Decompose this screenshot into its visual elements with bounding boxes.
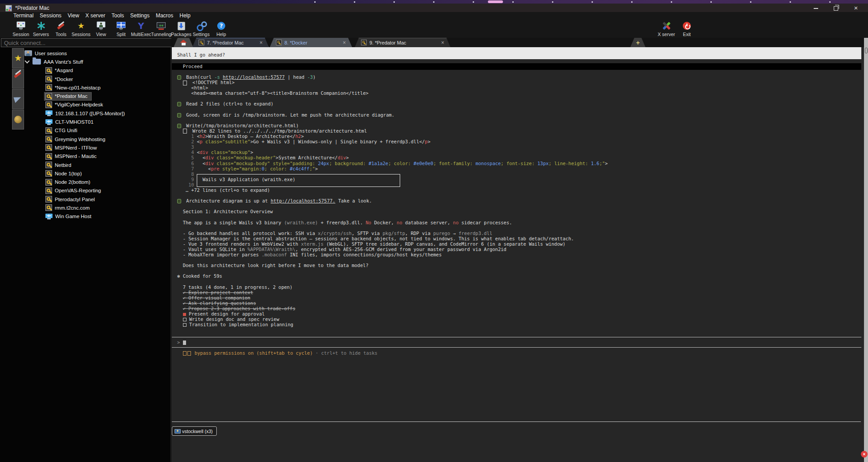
sidebar-tab-network-globe[interactable] — [12, 109, 24, 130]
tree-item[interactable]: *VigilCyber-Helpdesk — [24, 101, 170, 109]
terminal-prompt[interactable]: > — [172, 337, 861, 348]
tunneling-icon — [156, 20, 166, 31]
key-icon — [45, 162, 52, 168]
title-bar: *Predator Mac × — [0, 4, 868, 12]
close-tab-icon[interactable]: × — [260, 40, 263, 46]
menu-item-help[interactable]: Help — [179, 12, 191, 20]
new-tab-button[interactable]: + — [630, 38, 645, 47]
search-input[interactable] — [1, 38, 175, 47]
terminal-line: 2 <p class="subtitle">Go + Wails v3 | Wi… — [177, 139, 864, 144]
session-tab[interactable]: 7. *Predator Mac× — [192, 38, 269, 47]
window-title: *Predator Mac — [15, 5, 49, 11]
terminal-blank-line — [177, 118, 864, 123]
close-tab-icon[interactable]: × — [441, 40, 444, 46]
session-tab[interactable]: 9. *Predator Mac× — [355, 38, 450, 47]
terminal-line: 1 <h2>Wraith Desktop — Architecture</h2> — [177, 134, 864, 139]
terminal[interactable]: Shall I go ahead? Proceed Bash(curl -s h… — [171, 47, 864, 462]
tree-item[interactable]: rmm.t2cnc.com — [24, 203, 170, 212]
tree-item[interactable]: *Docker — [24, 75, 170, 83]
settings-button[interactable]: Settings — [191, 20, 211, 37]
tree-item-label: *Asgard — [55, 68, 73, 73]
key-icon — [45, 153, 52, 160]
terminal-line: <html> — [177, 85, 864, 90]
close-button[interactable]: × — [849, 4, 863, 12]
terminal-line: 7 <pre style="margin:0; color: #c4c4ff;"… — [177, 166, 864, 171]
tree-item[interactable]: 192.168.1.107 ([UPS-Monitor]) — [24, 109, 170, 118]
scrollbar[interactable] — [864, 38, 868, 462]
session-button[interactable]: Session — [11, 20, 31, 37]
tree-root-user-sessions[interactable]: User sessions — [24, 49, 170, 57]
tree-item[interactable]: Node 1(top) — [24, 169, 170, 178]
tree-item-label: Node 1(top) — [55, 171, 82, 176]
sessions-button[interactable]: ★Sessions — [71, 20, 91, 37]
tree-item[interactable]: Win Game Host — [24, 212, 170, 221]
host-icon — [174, 429, 180, 434]
exit-button[interactable]: Exit — [677, 20, 697, 37]
split-label: Split — [111, 32, 131, 37]
menu-item-sessions[interactable]: Sessions — [40, 12, 61, 20]
tree-item-label: Node 2(bottom) — [55, 179, 90, 185]
terminal-line: Write design doc and spec review — [177, 316, 864, 322]
terminal-line: Bash(curl -s http://localhost:57577 | he… — [177, 74, 864, 80]
multiexec-button[interactable]: YMultiExec — [131, 20, 151, 37]
home-tab[interactable] — [174, 38, 193, 47]
tree-folder[interactable]: AAA Vantz's Stuff — [24, 57, 170, 66]
background-window-strip — [0, 0, 868, 4]
tree-item[interactable]: CTG Unifi — [24, 126, 170, 135]
terminal-output: Shall I go ahead? Proceed Bash(curl -s h… — [177, 47, 864, 356]
sidebar-tab-sftp-plane[interactable] — [12, 89, 24, 109]
menu-item-terminal[interactable]: Terminal — [13, 12, 33, 20]
help-label: Help — [211, 32, 231, 37]
terminal-line: <!DOCTYPE html> — [177, 80, 864, 85]
menu-item-view[interactable]: View — [68, 12, 79, 20]
terminal-line: - Go backend handles all protocol work: … — [177, 231, 864, 236]
menu-item-x-server[interactable]: X server — [85, 12, 105, 20]
key-icon — [45, 144, 52, 151]
tree-item[interactable]: CLT-VMHOST01 — [24, 118, 170, 126]
paperclip-icon[interactable] — [865, 48, 868, 53]
tree-item-label: *Docker — [55, 77, 73, 82]
assistant-question-highlight: Shall I go ahead? — [172, 47, 861, 59]
xserver-button[interactable]: X server — [656, 20, 677, 37]
session-tab[interactable]: 8. *Docker× — [270, 38, 352, 47]
close-tab-icon[interactable]: × — [343, 40, 346, 46]
servers-button[interactable]: Servers — [31, 20, 51, 37]
tree-item[interactable]: OpenVAS-Reporting — [24, 186, 170, 195]
tunneling-button[interactable]: Tunneling — [151, 20, 171, 37]
tree-item[interactable]: MSPNerd - Mautic — [24, 152, 170, 161]
tree-item[interactable]: Node 2(bottom) — [24, 178, 170, 186]
terminal-line: … +72 lines (ctrl+o to expand) — [177, 187, 864, 193]
key-icon — [45, 76, 52, 82]
tree-item[interactable]: *Asgard — [24, 66, 170, 75]
tab-label: 8. *Docker — [284, 40, 307, 45]
terminal-line: 3 — [177, 144, 864, 150]
sidebar-tab-favorites-star[interactable]: ★ — [12, 48, 24, 68]
terminal-line: 5 <div class="mockup-header">System Arch… — [177, 155, 864, 160]
menu-item-tools[interactable]: Tools — [112, 12, 124, 20]
packages-button[interactable]: Packages — [171, 20, 191, 37]
help-button[interactable]: Help — [211, 20, 231, 37]
menu-bar: TerminalSessionsViewX serverToolsSetting… — [0, 12, 868, 20]
view-button[interactable]: View — [91, 20, 111, 37]
terminal-blank-line — [177, 279, 864, 284]
tunneling-label: Tunneling — [151, 32, 171, 37]
menu-item-settings[interactable]: Settings — [130, 12, 150, 20]
maximize-button[interactable] — [829, 4, 843, 12]
split-button[interactable]: Split — [111, 20, 131, 37]
xserver-label: X server — [656, 32, 677, 37]
minimize-button[interactable] — [809, 4, 823, 12]
chevron-down-icon[interactable] — [24, 59, 29, 64]
tree-item[interactable]: MSPNerd - ITFlow — [24, 143, 170, 152]
tree-item[interactable]: Pterodactyl Panel — [24, 195, 170, 203]
tree-item-label: MSPNerd - Mautic — [55, 154, 97, 159]
tree-item[interactable]: *New-cp01-heistacp — [24, 83, 170, 92]
sidebar-tab-tools-knife[interactable] — [12, 69, 24, 89]
notification-close-icon[interactable]: × — [861, 451, 868, 458]
tree-item[interactable]: Greyming Webhosting — [24, 135, 170, 143]
menu-item-macros[interactable]: Macros — [156, 12, 173, 20]
tools-button[interactable]: Tools — [51, 20, 71, 37]
tree-item[interactable]: *Predator Mac — [24, 92, 170, 100]
key-icon — [199, 40, 204, 45]
status-badge[interactable]: vstockwell (x3) — [172, 426, 217, 436]
tree-item[interactable]: Netbird — [24, 161, 170, 169]
